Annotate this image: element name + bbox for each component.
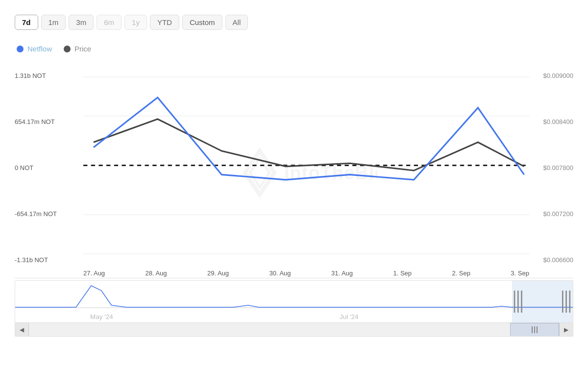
time-btn-1y: 1y: [124, 15, 147, 30]
time-btn-1m[interactable]: 1m: [41, 15, 66, 30]
scroll-track: [29, 323, 559, 337]
time-btn-ytd[interactable]: YTD: [150, 15, 179, 30]
scroll-thumb[interactable]: [510, 323, 559, 337]
y-left-label-2: 0 NOT: [15, 165, 83, 171]
y-right-label-3: $0.007200: [529, 211, 573, 217]
y-left-label-4: -1.31b NOT: [15, 257, 83, 263]
main-container: 7d1m3m6m1yYTDCustomAll Netflow Price Int…: [0, 0, 588, 392]
main-chart: IntoTheBlock 1.31b NOT654.17m NOT0 NOT-6…: [15, 68, 573, 278]
netflow-dot: [17, 46, 24, 52]
mini-scrollbar: ◀ ▶: [15, 322, 573, 336]
netflow-label: Netflow: [27, 45, 52, 53]
y-right-label-4: $0.006600: [529, 257, 573, 263]
y-right-label-2: $0.007800: [529, 165, 573, 171]
grip-line-2: [534, 326, 535, 333]
x-label-6: 2. Sep: [452, 270, 470, 277]
x-label-1: 28. Aug: [145, 270, 167, 277]
y-left-label-0: 1.31b NOT: [15, 73, 83, 79]
chart-svg: [83, 68, 529, 263]
y-axis-right: $0.009000$0.008400$0.007800$0.007200$0.0…: [529, 68, 573, 278]
time-btn-7d[interactable]: 7d: [15, 15, 38, 30]
price-dot: [64, 46, 71, 52]
netflow-line: [94, 98, 524, 180]
chart-legend: Netflow Price: [15, 45, 573, 53]
time-btn-all[interactable]: All: [225, 15, 248, 30]
time-btn-6m: 6m: [97, 15, 122, 30]
y-right-label-1: $0.008400: [529, 119, 573, 125]
time-btn-3m[interactable]: 3m: [69, 15, 94, 30]
x-label-4: 31. Aug: [331, 270, 353, 277]
x-label-0: 27. Aug: [83, 270, 105, 277]
scroll-right-button[interactable]: ▶: [559, 323, 573, 337]
svg-text:Jul '24: Jul '24: [340, 313, 358, 320]
y-axis-left: 1.31b NOT654.17m NOT0 NOT-654.17m NOT-1.…: [15, 68, 83, 278]
x-label-2: 29. Aug: [207, 270, 229, 277]
legend-netflow: Netflow: [17, 45, 52, 53]
x-label-5: 1. Sep: [393, 270, 412, 277]
chart-svg-area: [83, 68, 529, 263]
y-left-label-1: 654.17m NOT: [15, 119, 83, 125]
x-label-7: 3. Sep: [511, 270, 529, 277]
price-line: [94, 119, 524, 171]
y-left-label-3: -654.17m NOT: [15, 211, 83, 217]
x-axis: 27. Aug28. Aug29. Aug30. Aug31. Aug1. Se…: [83, 270, 529, 277]
scroll-grip: [532, 326, 538, 333]
price-label: Price: [74, 45, 91, 53]
time-range-bar: 7d1m3m6m1yYTDCustomAll: [15, 10, 573, 35]
grip-line-1: [532, 326, 533, 333]
svg-text:May '24: May '24: [90, 313, 113, 320]
y-right-label-0: $0.009000: [529, 73, 573, 79]
legend-price: Price: [64, 45, 91, 53]
scroll-left-button[interactable]: ◀: [15, 323, 29, 337]
mini-chart: May '24 Jul '24 ◀: [15, 280, 573, 337]
grip-line-3: [537, 326, 538, 333]
time-btn-custom[interactable]: Custom: [182, 15, 222, 30]
mini-chart-svg: May '24 Jul '24: [15, 281, 573, 322]
x-label-3: 30. Aug: [269, 270, 291, 277]
chart-wrapper: IntoTheBlock 1.31b NOT654.17m NOT0 NOT-6…: [15, 68, 573, 337]
